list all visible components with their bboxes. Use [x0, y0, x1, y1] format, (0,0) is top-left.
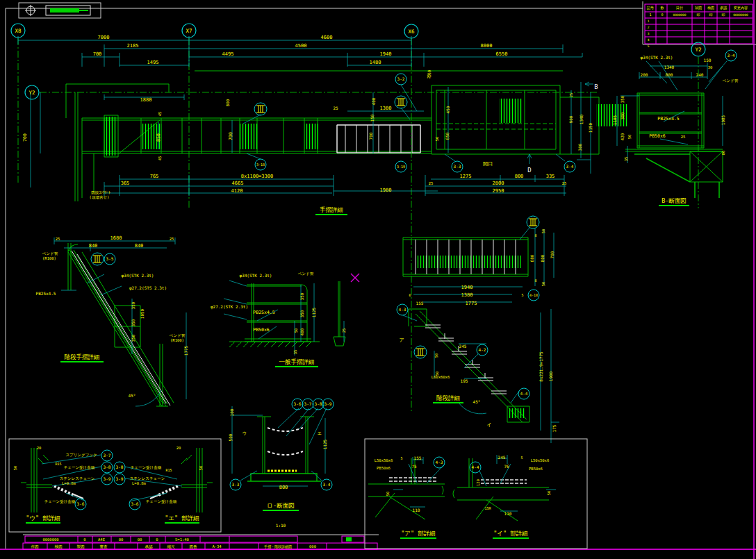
plan-dim-text: 800 [515, 174, 524, 179]
stair-detail-dim-text: 680 [529, 254, 534, 262]
balloon-4-3[interactable]: 4-3 [434, 457, 445, 468]
balloon-3-4[interactable]: 3-4 [725, 50, 737, 61]
general-handrail-dim-text: φ34(STK 2.3t) [240, 273, 272, 278]
crosshair-icon[interactable] [25, 5, 36, 16]
grate-balloon-icon[interactable] [254, 103, 267, 115]
revision-header: 記号 [647, 6, 654, 10]
toolbar[interactable] [19, 3, 101, 18]
stair-detail-dim-text: 195 [461, 378, 468, 383]
revision-cell: 1 [649, 12, 651, 17]
plan-dim-text: 900 [568, 115, 573, 123]
grate-balloon-icon[interactable] [395, 96, 407, 108]
grid-bubble-X8[interactable]: X8 [11, 24, 25, 37]
stair-detail-dim-text: 50 [541, 229, 545, 234]
svg-text:3-3: 3-3 [232, 482, 240, 487]
grate-balloon-icon[interactable] [527, 216, 539, 228]
section-b-dim-text: φ34(STK 2.3t) [641, 55, 673, 60]
plan-dim-text: 4665 [232, 181, 244, 186]
plan-dim-text: 1980 [380, 187, 392, 193]
balloon-3-7[interactable]: 3-7 [302, 399, 313, 410]
chain-details-dim-text: チェーン受け金物 [131, 465, 162, 470]
svg-text:4-4: 4-4 [472, 465, 479, 469]
balloon-3-2[interactable]: 3-2 [395, 74, 406, 85]
chain-details-dim-text: スプリングフック [65, 453, 97, 457]
title-strip-cell: 作図 [31, 544, 39, 549]
conn-details-dim-text: 15M [484, 506, 491, 510]
section-b-dim-text: 80 [721, 151, 725, 156]
balloon-3-9[interactable]: 3-9 [101, 474, 113, 485]
title-strip-cell: 0000000 [42, 537, 58, 542]
balloon-3-18[interactable]: 3-18 [255, 159, 266, 170]
title-strip-cell: 縮尺 [167, 544, 176, 549]
revision-mark: 4 [648, 38, 650, 42]
selection-marker [351, 274, 359, 282]
plan-dim-text: 1480 [370, 60, 381, 65]
revision-cell: 印 [722, 12, 725, 17]
balloon-3-8[interactable]: 3-8 [114, 462, 125, 473]
view-title: "エ" 部詳細 [165, 515, 199, 522]
revision-mark: 2 [648, 26, 650, 29]
balloon-3-3[interactable]: 3-3 [452, 161, 463, 172]
plan-dim-text: 650 [445, 132, 450, 140]
section-ro-dim-text: 100 [229, 408, 234, 416]
section-b-dim-text: PB25x4.5 [657, 116, 679, 122]
svg-text:3-8: 3-8 [116, 465, 124, 469]
plan-dim-text: D [527, 167, 531, 174]
general-handrail-dim-text: ベンド管 [298, 272, 314, 276]
plan-dim-text: 1340 [579, 114, 584, 124]
revision-cell: 00000000 [733, 13, 748, 17]
revision-mark: 1 [648, 19, 650, 23]
balloon-3-9[interactable]: 3-9 [114, 474, 125, 485]
stair-detail-dim-text: 800 [540, 254, 545, 262]
plan-dim-text: 700 [368, 132, 373, 140]
plan-dim-text: 25 [429, 181, 434, 185]
revision-cell: 印 [709, 12, 713, 17]
linetype-preview-icon[interactable] [46, 6, 90, 15]
balloon-3-4[interactable]: 3-4 [564, 161, 575, 172]
balloon-4-3[interactable]: 4-3 [397, 304, 408, 315]
balloon-4-18[interactable]: 4-18 [528, 290, 539, 301]
balloon-3-8[interactable]: 3-8 [101, 462, 113, 473]
grid-bubble-Y2[interactable]: Y2 [25, 85, 39, 99]
balloon-3-9[interactable]: 3-9 [322, 399, 334, 410]
balloon-3-7[interactable]: 3-7 [101, 450, 113, 461]
revision-cell: 0000000 [673, 13, 687, 17]
svg-text:X6: X6 [408, 28, 415, 35]
view-title: 手摺詳細 [320, 206, 343, 213]
svg-text:X8: X8 [15, 28, 22, 34]
plan-dim-text: 300 [577, 143, 582, 151]
grate-balloon-icon[interactable] [414, 346, 427, 358]
general-handrail-dim-text: PB50x6 [253, 327, 270, 333]
plan-dim-text: 765 [150, 174, 159, 179]
svg-text:4-3: 4-3 [399, 307, 406, 312]
stair-detail-dim-text: 45° [473, 399, 481, 404]
balloon-4-4[interactable]: 4-4 [518, 388, 529, 399]
grate-balloon-icon[interactable] [91, 253, 104, 265]
svg-text:3-6: 3-6 [77, 501, 85, 506]
view-title: ロ-断面図 [267, 502, 294, 509]
plan-dim-text: 4495 [222, 51, 234, 57]
balloon-3-3[interactable]: 3-3 [230, 479, 241, 490]
plan-dim-text: 450 [445, 106, 450, 113]
stair-detail-dim-text: イ [486, 422, 491, 428]
conn-details-dim-text: 50 [386, 492, 390, 497]
drawing-canvas[interactable]: X8X7X6Y2Y2700046002185450080007004495194… [0, 0, 756, 559]
balloon-3-19[interactable]: 3-19 [395, 161, 406, 172]
cad-viewport[interactable]: { "app": {"type": "cad-drawing", "sheet"… [0, 0, 756, 559]
balloon-4-4[interactable]: 4-4 [470, 462, 481, 473]
general-handrail-dim-text: 25 [342, 328, 346, 333]
balloon-3-6[interactable]: 3-6 [75, 499, 86, 510]
chain-details-dim-text: チェーン受け金物 [44, 499, 76, 504]
svg-text:3-6: 3-6 [131, 501, 139, 506]
balloon-3-6[interactable]: 3-6 [292, 399, 303, 410]
svg-text:3-8: 3-8 [315, 401, 322, 406]
section-b-dim-text: 50 [627, 135, 632, 140]
balloon-4-2[interactable]: 4-2 [477, 344, 488, 356]
stair-detail-dim-text: 50 [541, 282, 545, 287]
svg-text:3-9: 3-9 [324, 401, 332, 406]
plan-dim-text: 400 [371, 97, 376, 105]
grid-bubble-X7[interactable]: X7 [182, 24, 196, 37]
balloon-3-5[interactable]: 3-5 [104, 253, 115, 265]
balloon-3-4[interactable]: 3-4 [321, 479, 332, 490]
stair-detail-dim-text: 700 [550, 251, 554, 258]
